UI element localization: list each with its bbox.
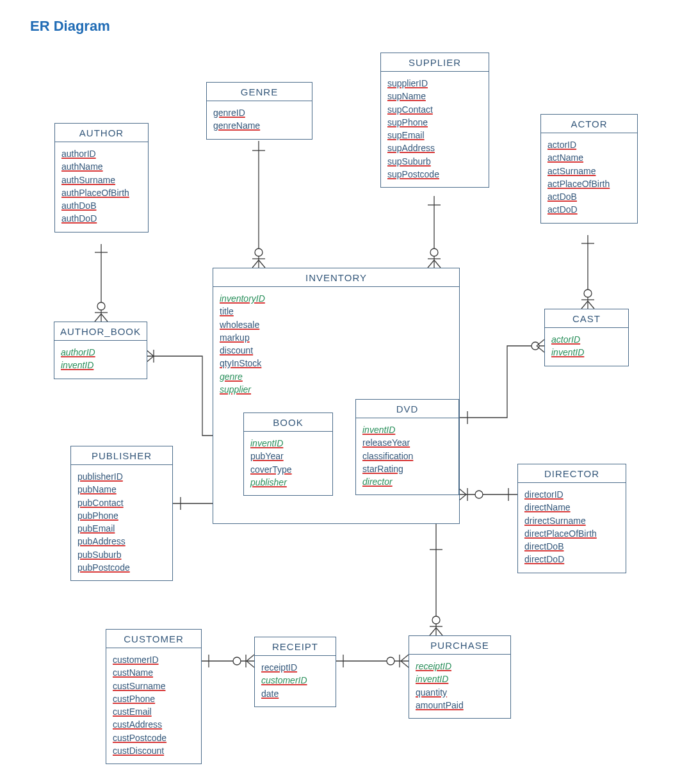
attribute: supName: [387, 90, 482, 102]
attribute: receiptID: [416, 660, 504, 673]
svg-point-30: [584, 290, 592, 297]
entity-actor: ACTOR actorIDactNameactSurnameactPlaceOf…: [540, 114, 638, 224]
entity-header: AUTHOR_BOOK: [54, 322, 147, 341]
svg-point-45: [475, 491, 483, 498]
attribute: supPostcode: [387, 168, 482, 181]
entity-body: supplierIDsupNamesupContactsupPhonesupEm…: [381, 72, 489, 187]
entity-receipt: RECEIPT receiptIDcustomerIDdate: [254, 637, 336, 707]
attribute: pubPhone: [77, 509, 166, 522]
entity-cast: CAST actorIDinventID: [544, 309, 629, 366]
entity-body: publisherIDpubNamepubContactpubPhonepubE…: [71, 465, 172, 580]
svg-line-3: [95, 314, 101, 322]
attribute: custAddress: [113, 718, 195, 731]
svg-point-61: [387, 657, 394, 665]
svg-line-16: [252, 260, 259, 268]
entity-publisher: PUBLISHER publisherIDpubNamepubContactpu…: [70, 446, 173, 581]
attribute: supEmail: [387, 129, 482, 142]
attribute: classification: [362, 450, 452, 462]
svg-point-5: [97, 302, 105, 310]
attribute: authDoD: [61, 212, 142, 225]
attribute: coverType: [250, 463, 326, 476]
entity-body: authorIDinventID: [54, 341, 147, 379]
attribute: pubName: [77, 483, 166, 496]
svg-line-28: [581, 301, 588, 309]
page-title: ER Diagram: [30, 18, 110, 35]
entity-header: DVD: [356, 400, 458, 418]
svg-point-24: [430, 249, 438, 256]
attribute: starRating: [362, 462, 452, 475]
attribute: custEmail: [113, 705, 195, 718]
attribute: genreID: [213, 106, 305, 119]
svg-line-4: [101, 314, 108, 322]
attribute: authPlaceOfBirth: [61, 186, 142, 199]
attribute: inventID: [61, 359, 140, 372]
entity-body: actorIDinventID: [545, 328, 628, 366]
attribute: publisherID: [77, 470, 166, 483]
attribute: custPhone: [113, 692, 195, 705]
attribute: releaseYear: [362, 436, 452, 449]
svg-line-33: [537, 346, 544, 352]
svg-point-52: [432, 616, 440, 624]
svg-line-56: [247, 655, 254, 661]
attribute: actDoB: [547, 190, 631, 203]
entity-header: AUTHOR: [55, 124, 148, 142]
attribute: directDoD: [524, 553, 619, 566]
entity-director: DIRECTOR directorIDdirectNamedrirectSurn…: [517, 464, 626, 573]
attribute: date: [261, 687, 329, 700]
entity-body: directorIDdirectNamedrirectSurnamedirect…: [518, 483, 626, 573]
entity-header: SUPPLIER: [381, 53, 489, 72]
attribute: actSurname: [547, 165, 631, 177]
attribute: supSuburb: [387, 155, 482, 168]
attribute: pubEmail: [77, 522, 166, 535]
svg-point-31: [531, 342, 539, 350]
attribute: genreName: [213, 119, 305, 132]
attribute: genre: [220, 370, 453, 383]
entity-book: BOOK inventIDpubYearcoverTypepublisher: [243, 412, 333, 496]
attribute: authorID: [61, 147, 142, 160]
entity-header: BOOK: [244, 413, 332, 432]
attribute: wholesale: [220, 318, 453, 331]
attribute: directName: [524, 501, 619, 514]
attribute: actPlaceOfBirth: [547, 177, 631, 190]
attribute: actorID: [551, 333, 622, 346]
attribute: director: [362, 475, 452, 488]
attribute: custPostcode: [113, 731, 195, 744]
entity-header: GENRE: [207, 83, 312, 101]
entity-genre: GENRE genreIDgenreName: [206, 82, 312, 140]
attribute: supplierID: [387, 77, 482, 90]
attribute: supplier: [220, 383, 453, 396]
entity-body: authorIDauthNameauthSurnameauthPlaceOfBi…: [55, 142, 148, 232]
svg-line-29: [588, 301, 594, 309]
attribute: authDoB: [61, 199, 142, 212]
entity-header: INVENTORY: [213, 268, 459, 287]
attribute: supPhone: [387, 116, 482, 129]
attribute: title: [220, 305, 453, 318]
svg-point-55: [233, 657, 241, 665]
attribute: actName: [547, 151, 631, 164]
svg-line-51: [436, 628, 442, 635]
attribute: receiptID: [261, 661, 329, 674]
attribute: authSurname: [61, 174, 142, 186]
attribute: directDoB: [524, 540, 619, 553]
attribute: pubAddress: [77, 535, 166, 548]
svg-line-50: [430, 628, 436, 635]
entity-dvd: DVD inventIDreleaseYearclassificationsta…: [355, 399, 459, 495]
entity-body: receiptIDinventIDquantityamountPaid: [409, 655, 510, 718]
entity-author: AUTHOR authorIDauthNameauthSurnameauthPl…: [54, 123, 149, 233]
attribute: discount: [220, 344, 453, 357]
attribute: pubYear: [250, 450, 326, 462]
svg-line-32: [537, 339, 544, 346]
attribute: drirectSurname: [524, 514, 619, 527]
attribute: custSurname: [113, 680, 195, 692]
svg-line-23: [434, 260, 441, 268]
entity-header: DIRECTOR: [518, 464, 626, 483]
entity-header: RECEIPT: [255, 637, 336, 656]
entity-header: PUBLISHER: [71, 446, 172, 465]
attribute: pubContact: [77, 496, 166, 509]
svg-line-57: [247, 661, 254, 667]
attribute: amountPaid: [416, 699, 504, 712]
entity-body: customerIDcustNamecustSurnamecustPhonecu…: [106, 648, 201, 764]
entity-body: genreIDgenreName: [207, 101, 312, 139]
attribute: directPlaceOfBirth: [524, 527, 619, 540]
attribute: inventID: [551, 346, 622, 359]
